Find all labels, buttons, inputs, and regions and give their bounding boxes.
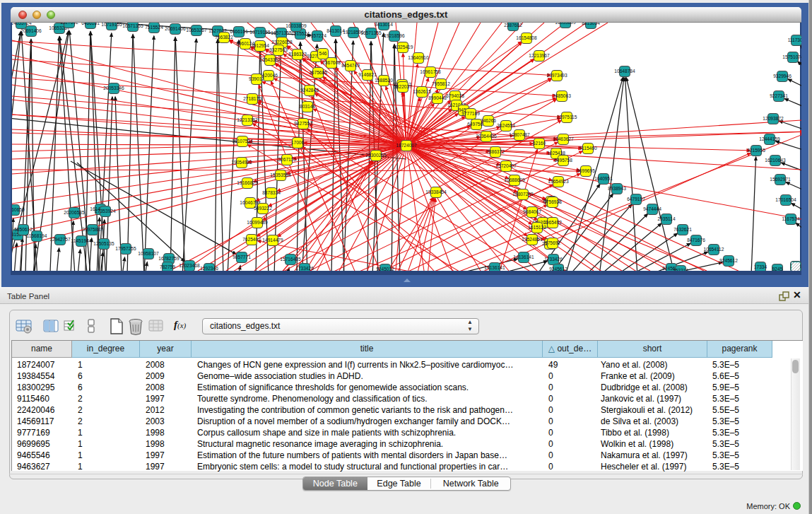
svg-text:7485063: 7485063 — [553, 93, 571, 98]
svg-text:18807249: 18807249 — [512, 192, 534, 197]
svg-text:19166825: 19166825 — [237, 180, 258, 185]
svg-text:3624554: 3624554 — [497, 123, 515, 128]
svg-text:7632621: 7632621 — [673, 227, 692, 232]
svg-text:6794028: 6794028 — [446, 93, 464, 98]
svg-text:1362615: 1362615 — [413, 89, 431, 94]
svg-text:8454749: 8454749 — [341, 63, 360, 68]
svg-text:9242848: 9242848 — [300, 88, 319, 93]
svg-text:12093872: 12093872 — [763, 116, 784, 121]
svg-text:8813054: 8813054 — [582, 23, 600, 25]
svg-text:8186323: 8186323 — [288, 52, 307, 57]
svg-text:16154808: 16154808 — [516, 35, 537, 40]
svg-text:6466161: 6466161 — [81, 23, 100, 25]
svg-text:10719155: 10719155 — [101, 23, 122, 27]
svg-text:2935114: 2935114 — [657, 216, 676, 221]
svg-text:19654923: 19654923 — [548, 179, 569, 184]
svg-text:20206535: 20206535 — [64, 210, 85, 215]
svg-text:5493222: 5493222 — [254, 206, 272, 211]
svg-text:6479197: 6479197 — [627, 197, 645, 201]
svg-text:39975887: 39975887 — [82, 227, 103, 232]
svg-text:17006: 17006 — [291, 140, 305, 145]
svg-text:15692971: 15692971 — [770, 177, 791, 182]
svg-text:10973493: 10973493 — [546, 73, 567, 78]
svg-text:1733426: 1733426 — [544, 257, 563, 262]
svg-text:16033809: 16033809 — [286, 23, 307, 28]
svg-text:782759: 782759 — [160, 264, 175, 269]
svg-text:12213382: 12213382 — [237, 117, 258, 122]
svg-text:1167534: 1167534 — [782, 216, 800, 221]
svg-text:8215955: 8215955 — [747, 148, 765, 153]
svg-text:1640951: 1640951 — [594, 176, 613, 181]
svg-text:1588520: 1588520 — [375, 78, 393, 83]
svg-text:5822037: 5822037 — [394, 84, 412, 89]
svg-text:9474444: 9474444 — [643, 206, 661, 211]
svg-text:10653267: 10653267 — [186, 28, 207, 33]
svg-text:5850612: 5850612 — [14, 227, 33, 232]
svg-text:1733426: 1733426 — [295, 266, 314, 271]
svg-text:7515524: 7515524 — [145, 25, 163, 30]
svg-text:7625402: 7625402 — [242, 237, 261, 242]
svg-text:2718170: 2718170 — [243, 96, 261, 101]
svg-text:3267110: 3267110 — [278, 157, 296, 162]
svg-text:8495758: 8495758 — [554, 158, 572, 163]
svg-text:10807487: 10807487 — [509, 132, 530, 137]
svg-text:252214: 252214 — [673, 268, 688, 271]
svg-text:15716485: 15716485 — [280, 257, 301, 262]
svg-text:16961758: 16961758 — [420, 69, 441, 74]
svg-text:8938943: 8938943 — [608, 186, 626, 191]
svg-text:25260650: 25260650 — [12, 207, 25, 212]
svg-text:7955812: 7955812 — [432, 81, 450, 86]
svg-text:25300295: 25300295 — [365, 153, 387, 158]
svg-text:16571355: 16571355 — [360, 30, 382, 35]
svg-text:1322017: 1322017 — [801, 129, 801, 134]
svg-text:15751074: 15751074 — [782, 54, 801, 59]
svg-text:9146821: 9146821 — [358, 72, 377, 77]
svg-text:7886372: 7886372 — [486, 149, 505, 154]
svg-text:12942757: 12942757 — [49, 237, 71, 242]
svg-text:20691406: 20691406 — [20, 28, 42, 33]
svg-text:939012: 939012 — [249, 76, 264, 81]
svg-text:9427552: 9427552 — [294, 121, 312, 126]
svg-text:17353924: 17353924 — [95, 209, 116, 214]
svg-text:13524851: 13524851 — [522, 237, 543, 242]
svg-text:9329946: 9329946 — [773, 74, 792, 78]
svg-text:20691406: 20691406 — [165, 26, 186, 31]
svg-text:10648784: 10648784 — [614, 69, 635, 74]
svg-text:3675685: 3675685 — [309, 70, 327, 75]
svg-text:8990448: 8990448 — [428, 95, 447, 100]
svg-text:10958107: 10958107 — [138, 251, 159, 256]
svg-text:16782759: 16782759 — [158, 256, 180, 261]
svg-text:9699695: 9699695 — [577, 168, 595, 173]
svg-text:12444159: 12444159 — [759, 136, 780, 141]
svg-text:11451944: 11451944 — [71, 238, 92, 243]
svg-text:17016504: 17016504 — [775, 197, 796, 202]
svg-text:1615122: 1615122 — [528, 225, 546, 230]
svg-text:9115460: 9115460 — [579, 146, 597, 151]
svg-text:9777169: 9777169 — [461, 111, 480, 116]
svg-text:12023468: 12023468 — [179, 263, 200, 268]
svg-text:17957255: 17957255 — [115, 246, 136, 251]
svg-text:9245: 9245 — [772, 267, 783, 271]
svg-text:62160: 62160 — [533, 141, 546, 146]
svg-text:11568194: 11568194 — [27, 233, 47, 238]
svg-text:1965492: 1965492 — [543, 220, 562, 225]
svg-text:16571355: 16571355 — [122, 23, 143, 28]
svg-text:14136141: 14136141 — [484, 265, 505, 270]
svg-text:23226058: 23226058 — [271, 40, 293, 45]
svg-text:9756928: 9756928 — [543, 199, 562, 204]
svg-text:546: 546 — [319, 51, 326, 56]
svg-text:16099489: 16099489 — [247, 220, 268, 225]
svg-text:9327503: 9327503 — [269, 47, 288, 52]
svg-text:16543362: 16543362 — [259, 57, 281, 62]
svg-text:2367608: 2367608 — [322, 60, 341, 65]
svg-text:14914479: 14914479 — [262, 238, 283, 243]
svg-text:10463627: 10463627 — [553, 136, 574, 141]
svg-text:9245612: 9245612 — [549, 267, 567, 271]
svg-text:8471676: 8471676 — [687, 238, 705, 243]
svg-text:16033809: 16033809 — [555, 23, 576, 25]
svg-text:10654112: 10654112 — [704, 247, 724, 252]
svg-text:9227341: 9227341 — [770, 93, 788, 98]
svg-text:14136141: 14136141 — [513, 255, 534, 259]
svg-text:19218596: 19218596 — [384, 33, 405, 38]
svg-text:1117304: 1117304 — [788, 37, 801, 42]
